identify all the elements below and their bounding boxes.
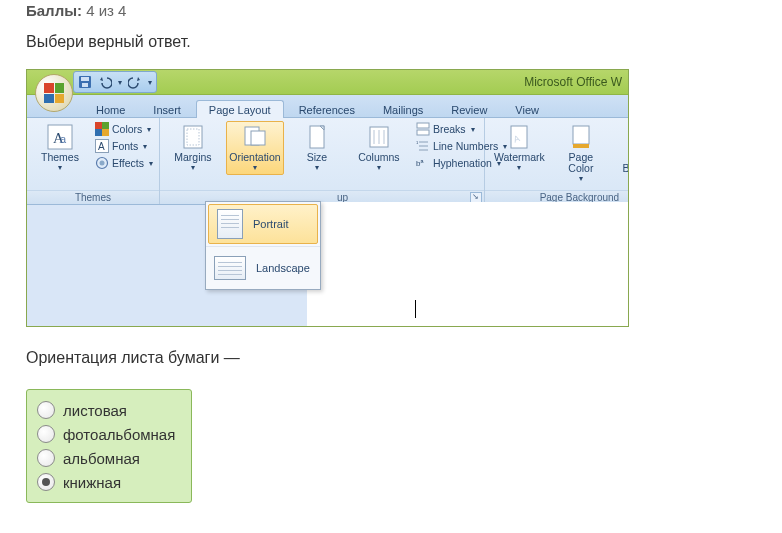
option-1[interactable]: фотоальбомная — [35, 422, 177, 446]
svg-text:1: 1 — [416, 140, 419, 145]
svg-rect-6 — [95, 122, 102, 129]
radio-icon — [37, 425, 55, 443]
option-2[interactable]: альбомная — [35, 446, 177, 470]
page-borders-button[interactable]: Page Borders — [612, 121, 629, 177]
svg-rect-9 — [102, 129, 109, 136]
landscape-icon — [214, 256, 246, 280]
svg-rect-32 — [573, 126, 589, 144]
svg-rect-23 — [417, 123, 429, 128]
option-label: фотоальбомная — [63, 426, 175, 443]
tab-insert[interactable]: Insert — [140, 100, 194, 118]
svg-point-13 — [100, 161, 105, 166]
redo-icon[interactable] — [128, 75, 142, 89]
svg-rect-33 — [573, 144, 589, 148]
quick-access-toolbar: ▾ ▾ — [73, 71, 157, 93]
tab-mailings[interactable]: Mailings — [370, 100, 436, 118]
points-label: Баллы: — [26, 2, 82, 19]
group-page-setup: Margins ▾ Orientation ▾ Size ▾ Columns ▾ — [160, 118, 485, 204]
svg-text:A: A — [98, 141, 105, 152]
themes-button[interactable]: Aa Themes ▾ — [31, 121, 89, 175]
svg-rect-18 — [310, 126, 324, 148]
fonts-button[interactable]: A Fonts▾ — [93, 138, 155, 154]
option-label: листовая — [63, 402, 127, 419]
tab-home[interactable]: Home — [83, 100, 138, 118]
orientation-portrait[interactable]: Portrait — [208, 204, 318, 244]
watermark-button[interactable]: A Watermark ▾ — [489, 121, 550, 175]
text-cursor — [415, 300, 416, 318]
svg-rect-8 — [95, 129, 102, 136]
chevron-down-icon: ▾ — [58, 163, 62, 172]
question-text: Ориентация листа бумаги — — [0, 327, 782, 367]
effects-button[interactable]: Effects▾ — [93, 155, 155, 171]
option-label: книжная — [63, 474, 121, 491]
points-line: Баллы: 4 из 4 — [0, 0, 782, 19]
svg-text:a: a — [60, 133, 67, 145]
tab-view[interactable]: View — [502, 100, 552, 118]
page-color-button[interactable]: Page Color ▾ — [552, 121, 610, 186]
document-area — [307, 202, 628, 326]
title-bar: ▾ ▾ Microsoft Office W — [27, 70, 628, 95]
prompt-text: Выбери верный ответ. — [0, 19, 782, 51]
undo-dropdown-icon[interactable]: ▾ — [118, 78, 122, 87]
word-screenshot: ▾ ▾ Microsoft Office W Home Insert Page … — [26, 69, 629, 327]
svg-rect-17 — [251, 131, 265, 145]
radio-icon — [37, 401, 55, 419]
qat-customize-icon[interactable]: ▾ — [148, 78, 152, 87]
tab-page-layout[interactable]: Page Layout — [196, 100, 284, 118]
svg-rect-24 — [417, 130, 429, 135]
tab-review[interactable]: Review — [438, 100, 500, 118]
group-page-background: A Watermark ▾ Page Color ▾ Page Borders … — [485, 118, 629, 204]
svg-rect-7 — [102, 122, 109, 129]
columns-button[interactable]: Columns ▾ — [350, 121, 408, 175]
svg-rect-2 — [82, 83, 88, 87]
svg-rect-1 — [81, 77, 89, 81]
save-icon[interactable] — [78, 75, 92, 89]
colors-button[interactable]: Colors▾ — [93, 121, 155, 137]
ribbon: Aa Themes ▾ Colors▾ A Fonts▾ — [27, 118, 628, 205]
portrait-icon — [217, 209, 243, 239]
undo-icon[interactable] — [98, 75, 112, 89]
radio-icon — [37, 449, 55, 467]
tab-references[interactable]: References — [286, 100, 368, 118]
office-button[interactable] — [35, 74, 73, 112]
answer-box: листовая фотоальбомная альбомная книжная — [26, 389, 192, 503]
group-label-themes: Themes — [27, 190, 159, 204]
option-0[interactable]: листовая — [35, 398, 177, 422]
orientation-menu: Portrait Landscape — [205, 201, 321, 290]
points-value: 4 из 4 — [86, 2, 126, 19]
group-themes: Aa Themes ▾ Colors▾ A Fonts▾ — [27, 118, 160, 204]
orientation-landscape[interactable]: Landscape — [206, 246, 320, 289]
option-label: альбомная — [63, 450, 140, 467]
radio-icon — [37, 473, 55, 491]
app-title: Microsoft Office W — [524, 70, 622, 94]
option-3[interactable]: книжная — [35, 470, 177, 494]
margins-button[interactable]: Margins ▾ — [164, 121, 222, 175]
svg-text:bª: bª — [416, 159, 423, 168]
size-button[interactable]: Size ▾ — [288, 121, 346, 175]
ribbon-tabs: Home Insert Page Layout References Maili… — [27, 95, 628, 118]
orientation-button[interactable]: Orientation ▾ — [226, 121, 284, 175]
